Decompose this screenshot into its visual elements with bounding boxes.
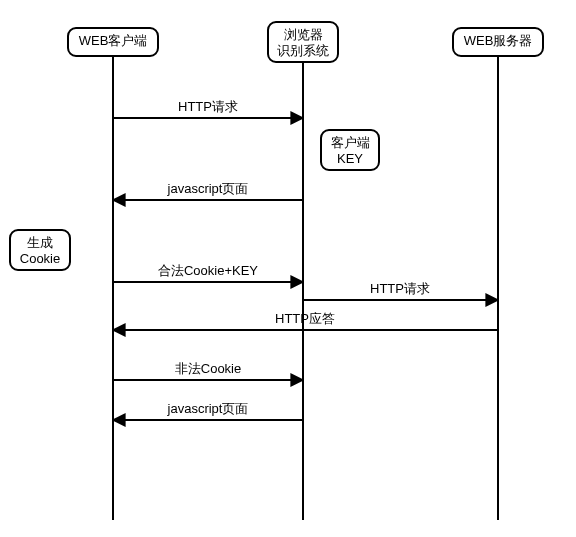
note-client-key-line2: KEY xyxy=(337,151,363,166)
note-client-key-line1: 客户端 xyxy=(331,135,370,150)
message-label-m7: javascript页面 xyxy=(167,401,249,416)
participant-browser-label1: 浏览器 xyxy=(284,27,323,42)
message-label-m2: javascript页面 xyxy=(167,181,249,196)
message-label-m6: 非法Cookie xyxy=(175,361,241,376)
note-gen-cookie-line1: 生成 xyxy=(27,235,53,250)
participant-client-label: WEB客户端 xyxy=(79,33,148,48)
message-label-m3: 合法Cookie+KEY xyxy=(158,263,258,278)
sequence-diagram: WEB客户端 浏览器 识别系统 WEB服务器 HTTP请求 客户端 KEY ja… xyxy=(0,0,576,537)
participant-server-label: WEB服务器 xyxy=(464,33,533,48)
message-label-m4: HTTP请求 xyxy=(370,281,430,296)
message-label-m1: HTTP请求 xyxy=(178,99,238,114)
note-gen-cookie-line2: Cookie xyxy=(20,251,60,266)
message-label-m5: HTTP应答 xyxy=(275,311,335,326)
participant-browser-label2: 识别系统 xyxy=(277,43,329,58)
